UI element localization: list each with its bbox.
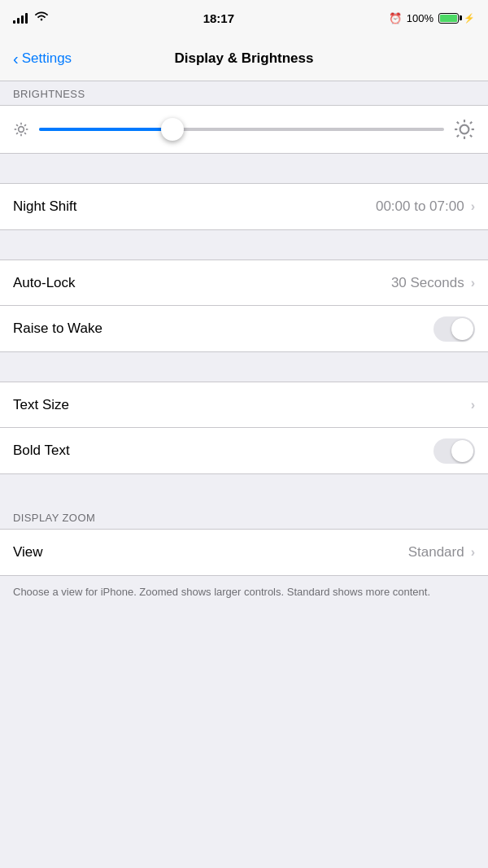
battery-container [438, 13, 459, 24]
brightness-slider-thumb[interactable] [161, 118, 184, 141]
bold-text-toggle[interactable] [434, 438, 475, 464]
raise-to-wake-row[interactable]: Raise to Wake [0, 306, 488, 351]
view-label: View [13, 544, 408, 560]
text-size-row[interactable]: Text Size › [0, 382, 488, 428]
night-shift-chevron-icon: › [471, 199, 475, 214]
svg-line-17 [457, 135, 459, 137]
brightness-slider-row[interactable] [0, 105, 488, 154]
view-row[interactable]: View Standard › [0, 530, 488, 575]
svg-line-7 [24, 124, 26, 126]
svg-line-15 [470, 135, 472, 137]
battery-icon [438, 13, 459, 24]
signal-bars [13, 12, 28, 24]
raise-to-wake-knob [451, 318, 473, 340]
lock-wake-group: Auto-Lock 30 Seconds › Raise to Wake [0, 260, 488, 352]
status-bar-right: ⏰ 100% ⚡ [389, 12, 475, 24]
signal-bar-3 [21, 15, 24, 24]
battery-fill [440, 15, 457, 22]
brightness-slider-fill [39, 128, 172, 131]
spacer-2 [0, 230, 488, 260]
status-bar: 18:17 ⏰ 100% ⚡ [0, 0, 488, 36]
text-group: Text Size › Bold Text [0, 382, 488, 474]
spacer-3 [0, 352, 488, 382]
bold-text-row[interactable]: Bold Text [0, 428, 488, 473]
svg-line-6 [24, 133, 26, 134]
display-zoom-group: View Standard › [0, 529, 488, 576]
settings-content: BRIGHTNESS [0, 81, 488, 613]
auto-lock-value: 30 Seconds [391, 275, 464, 291]
status-time: 18:17 [203, 11, 234, 25]
night-shift-value: 00:00 to 07:00 [376, 198, 464, 215]
svg-point-9 [460, 125, 469, 134]
sun-small-icon [13, 121, 29, 137]
signal-bar-1 [13, 20, 15, 24]
back-button[interactable]: ‹ Settings [13, 50, 72, 67]
status-bar-left [13, 11, 49, 25]
display-zoom-section-header: DISPLAY ZOOM [0, 504, 488, 529]
bold-text-label: Bold Text [13, 443, 434, 459]
nav-bar: ‹ Settings Display & Brightness [0, 36, 488, 81]
spacer-1 [0, 154, 488, 183]
svg-line-16 [470, 122, 472, 124]
signal-bar-2 [17, 18, 20, 24]
signal-bar-4 [25, 13, 28, 24]
svg-point-0 [19, 127, 24, 133]
night-shift-group: Night Shift 00:00 to 07:00 › [0, 183, 488, 230]
back-label: Settings [22, 50, 72, 67]
auto-lock-label: Auto-Lock [13, 275, 391, 291]
alarm-icon: ⏰ [389, 12, 402, 24]
svg-line-5 [16, 124, 18, 126]
text-size-label: Text Size [13, 397, 471, 413]
raise-to-wake-label: Raise to Wake [13, 321, 434, 337]
chevron-left-icon: ‹ [13, 50, 19, 67]
sun-large-icon [454, 119, 475, 140]
display-zoom-description: Choose a view for iPhone. Zoomed shows l… [0, 576, 488, 613]
night-shift-row[interactable]: Night Shift 00:00 to 07:00 › [0, 184, 488, 229]
night-shift-label: Night Shift [13, 198, 376, 215]
svg-line-14 [457, 122, 459, 124]
auto-lock-row[interactable]: Auto-Lock 30 Seconds › [0, 260, 488, 306]
brightness-section-header: BRIGHTNESS [0, 81, 488, 105]
charging-icon: ⚡ [464, 13, 475, 24]
spacer-4 [0, 474, 488, 504]
bold-text-knob [451, 440, 473, 462]
wifi-icon [34, 11, 49, 25]
svg-line-8 [16, 133, 18, 134]
page-title: Display & Brightness [175, 50, 314, 67]
raise-to-wake-toggle[interactable] [434, 316, 475, 342]
auto-lock-chevron-icon: › [471, 276, 475, 290]
text-size-chevron-icon: › [471, 398, 475, 412]
battery-percent-label: 100% [407, 12, 434, 24]
view-chevron-icon: › [471, 545, 475, 560]
view-value: Standard [408, 544, 464, 560]
brightness-slider-track[interactable] [39, 128, 444, 131]
